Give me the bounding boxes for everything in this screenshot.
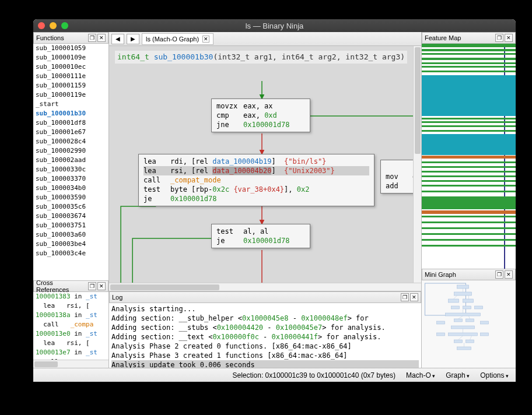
xref-row[interactable]: 10000138a in _st xyxy=(33,311,108,320)
log-panel-header[interactable]: Log ❐ ✕ xyxy=(109,291,421,303)
function-item[interactable]: sub_100002aad xyxy=(33,156,108,165)
restore-icon[interactable]: ❐ xyxy=(495,34,503,42)
zoom-window-button[interactable] xyxy=(61,22,68,29)
function-item[interactable]: sub_100001df8 xyxy=(33,118,108,128)
svg-line-27 xyxy=(459,336,463,340)
log-line: Analysis update took 0.006 seconds xyxy=(111,360,419,368)
xrefs-list[interactable]: 100001383 in _st lea rsi, [10000138a in … xyxy=(33,292,108,360)
traffic-lights xyxy=(38,22,68,29)
function-item[interactable]: sub_1000010ec xyxy=(33,62,108,72)
restore-icon[interactable]: ❐ xyxy=(88,282,96,290)
svg-rect-6 xyxy=(463,306,471,309)
xref-row[interactable]: call _compa xyxy=(33,320,108,329)
graph-view[interactable]: int64_t sub_100001b30(int32_t arg1, int6… xyxy=(109,46,421,291)
restore-icon[interactable]: ❐ xyxy=(88,34,96,42)
xref-row[interactable]: 1000013e7 in _st xyxy=(33,348,108,357)
feature-panel-header[interactable]: Feature Map ❐ ✕ xyxy=(422,32,516,44)
tab-graph[interactable]: ls (Mach-O Graph) ✕ xyxy=(142,33,214,45)
xref-row[interactable]: 100001383 in _st xyxy=(33,292,108,301)
close-icon[interactable]: ✕ xyxy=(97,34,106,42)
log-output[interactable]: Analysis starting...Adding section: __st… xyxy=(109,303,421,368)
svg-rect-3 xyxy=(449,299,459,303)
xref-row[interactable]: lea rsi, [ xyxy=(33,339,108,348)
graph-node[interactable]: movzxeax, axcmpeax, 0xdjne0x100001d78 xyxy=(211,99,310,132)
svg-rect-19 xyxy=(437,333,445,336)
function-item[interactable]: sub_100003a60 xyxy=(33,230,108,240)
graph-scrollbar-h[interactable] xyxy=(109,283,421,291)
window-title: ls — Binary Ninja xyxy=(33,22,516,30)
function-item[interactable]: sub_1000035c6 xyxy=(33,202,108,212)
function-item[interactable]: sub_100003674 xyxy=(33,212,108,221)
function-item[interactable]: sub_100003be4 xyxy=(33,240,108,249)
svg-rect-17 xyxy=(481,333,489,336)
graph-scrollbar-v[interactable] xyxy=(413,46,421,283)
toolbar: ◀ ▶ ls (Mach-O Graph) ✕ xyxy=(109,32,421,46)
mini-panel-title: Mini Graph xyxy=(425,271,456,278)
close-icon[interactable]: ✕ xyxy=(505,34,513,42)
graph-node[interactable]: leardi, [rel data_100004b19] {"bin/ls"}l… xyxy=(138,154,374,206)
function-signature: int64_t sub_100001b30(int32_t arg1, int6… xyxy=(115,51,407,64)
mini-graph[interactable] xyxy=(422,280,516,368)
status-view-dropdown[interactable]: Graph xyxy=(446,371,470,379)
close-icon[interactable]: ✕ xyxy=(97,282,106,290)
titlebar[interactable]: ls — Binary Ninja xyxy=(33,19,516,32)
close-window-button[interactable] xyxy=(38,22,45,29)
function-item[interactable]: sub_100001159 xyxy=(33,81,108,90)
svg-line-28 xyxy=(470,336,472,340)
feature-panel-title: Feature Map xyxy=(425,34,461,41)
function-item[interactable]: sub_100001e67 xyxy=(33,128,108,137)
functions-panel-header[interactable]: Functions ❐ ✕ xyxy=(33,32,108,44)
xrefs-panel-title: Cross References xyxy=(36,280,87,293)
tab-close-icon[interactable]: ✕ xyxy=(202,36,209,43)
function-item[interactable]: sub_100003c4e xyxy=(33,249,108,258)
function-item[interactable]: _start xyxy=(33,100,108,109)
svg-rect-14 xyxy=(466,340,474,343)
status-arch-dropdown[interactable]: Mach-O xyxy=(406,371,435,379)
svg-line-21 xyxy=(454,296,457,299)
feature-map[interactable] xyxy=(422,44,516,269)
svg-rect-7 xyxy=(475,306,483,309)
svg-rect-13 xyxy=(454,340,463,343)
statusbar: Selection: 0x100001c39 to 0x100001c40 (0… xyxy=(33,368,516,382)
app-window: ls — Binary Ninja Functions ❐ ✕ sub_1000… xyxy=(33,19,516,382)
function-item[interactable]: sub_100001b30 xyxy=(33,109,108,118)
svg-rect-10 xyxy=(466,319,474,322)
log-line: Adding section: __stub_helper <0x1000045… xyxy=(111,314,419,323)
xrefs-scrollbar-h[interactable] xyxy=(33,360,108,368)
svg-rect-2 xyxy=(454,292,472,296)
close-icon[interactable]: ✕ xyxy=(410,293,418,301)
status-options-dropdown[interactable]: Options xyxy=(480,371,509,379)
function-item[interactable]: sub_100002990 xyxy=(33,146,108,156)
function-item[interactable]: sub_10000330c xyxy=(33,165,108,174)
xref-row[interactable]: lea rsi, [ xyxy=(33,301,108,311)
restore-icon[interactable]: ❐ xyxy=(401,293,409,301)
function-item[interactable]: sub_1000034b0 xyxy=(33,184,108,193)
svg-line-24 xyxy=(459,316,463,319)
function-item[interactable]: sub_10000119e xyxy=(33,90,108,100)
log-line: Adding section: __stubs <0x100004420 - 0… xyxy=(111,323,419,332)
graph-node[interactable]: testal, alje0x100001d78 xyxy=(211,224,310,248)
log-panel-title: Log xyxy=(112,294,123,301)
minimize-window-button[interactable] xyxy=(50,22,57,29)
function-item[interactable]: sub_100003590 xyxy=(33,193,108,202)
svg-rect-12 xyxy=(449,333,478,336)
nav-forward-button[interactable]: ▶ xyxy=(127,34,139,44)
log-line: Adding section: __text <0x100000f0c - 0x… xyxy=(111,332,419,342)
function-item[interactable]: sub_10000111e xyxy=(33,72,108,81)
svg-rect-15 xyxy=(457,347,471,350)
function-item[interactable]: sub_100001059 xyxy=(33,44,108,53)
functions-list[interactable]: sub_100001059sub_10000109esub_1000010ecs… xyxy=(33,44,108,280)
function-item[interactable]: sub_1000028c4 xyxy=(33,137,108,146)
close-icon[interactable]: ✕ xyxy=(505,270,513,279)
log-line: Analysis Phase 3 created 1 functions [x8… xyxy=(111,351,419,360)
nav-back-button[interactable]: ◀ xyxy=(111,34,124,44)
function-item[interactable]: sub_100003751 xyxy=(33,221,108,230)
function-item[interactable]: sub_100003370 xyxy=(33,174,108,184)
log-line: Analysis Phase 2 created 0 functions. [x… xyxy=(111,342,419,351)
function-item[interactable]: sub_10000109e xyxy=(33,53,108,62)
xrefs-panel-header[interactable]: Cross References ❐ ✕ xyxy=(33,280,108,292)
svg-line-25 xyxy=(469,316,470,319)
mini-panel-header[interactable]: Mini Graph ❐ ✕ xyxy=(422,269,516,280)
restore-icon[interactable]: ❐ xyxy=(495,270,503,279)
xref-row[interactable]: 1000013e0 in _st xyxy=(33,329,108,339)
